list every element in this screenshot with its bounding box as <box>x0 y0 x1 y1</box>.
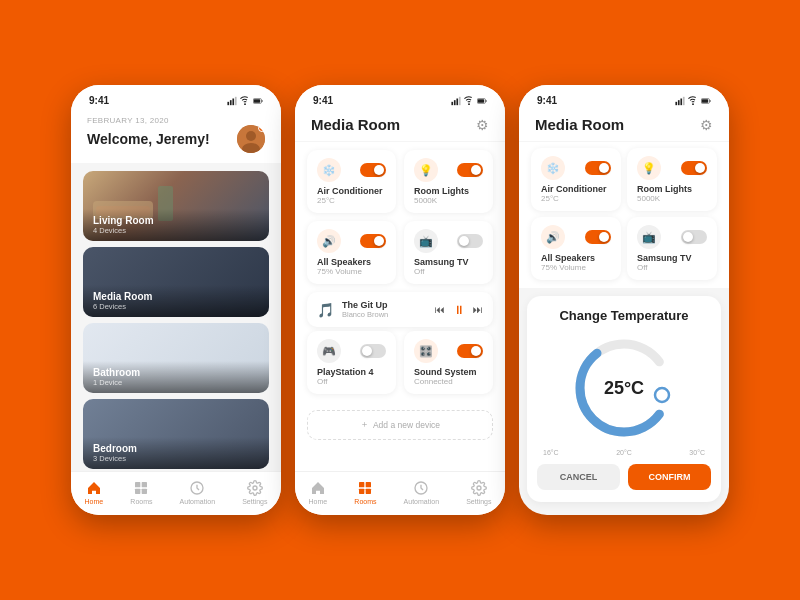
date-label: February 13, 2020 <box>87 116 265 125</box>
bottom-nav-1: Home Rooms Automation Settings <box>71 471 281 515</box>
svg-rect-18 <box>451 101 453 104</box>
ac-value: 25°C <box>317 196 386 205</box>
nav-home-2[interactable]: Home <box>309 480 328 505</box>
music-note-icon: 🎵 <box>317 302 334 318</box>
ac-name-3: Air Conditioner <box>541 184 611 194</box>
room-devices-media: 6 Devices <box>93 302 259 311</box>
prev-button[interactable]: ⏮ <box>435 304 445 315</box>
svg-rect-19 <box>454 100 456 105</box>
add-icon: ＋ <box>360 419 369 431</box>
automation-icon-2 <box>413 480 429 496</box>
settings-icon-2 <box>471 480 487 496</box>
toggle-tv-3[interactable] <box>681 230 707 244</box>
device-top-ps4: 🎮 <box>317 339 386 363</box>
nav-home[interactable]: Home <box>85 480 104 505</box>
room-name-bedroom: Bedroom <box>93 443 259 454</box>
filter-icon[interactable]: ⚙ <box>476 117 489 133</box>
nav-automation-label-2: Automation <box>404 498 439 505</box>
room-devices-bathroom: 1 Device <box>93 378 259 387</box>
toggle-speakers[interactable] <box>360 234 386 248</box>
svg-rect-5 <box>254 99 260 103</box>
temp-buttons: CANCEL CONFIRM <box>537 464 711 490</box>
music-artist: Blanco Brown <box>342 310 388 319</box>
device-card-speakers[interactable]: 🔊 All Speakers 75% Volume <box>307 221 396 284</box>
toggle-lights[interactable] <box>457 163 483 177</box>
music-text: The Git Up Blanco Brown <box>342 300 388 319</box>
next-button[interactable]: ⏭ <box>473 304 483 315</box>
room-name-media: Media Room <box>93 291 259 302</box>
nav-settings[interactable]: Settings <box>242 480 267 505</box>
settings-icon <box>247 480 263 496</box>
play-button[interactable]: ⏸ <box>453 303 465 317</box>
temp-room-title: Media Room <box>535 116 624 133</box>
device-top-speakers: 🔊 <box>317 229 386 253</box>
device-card-sound[interactable]: 🎛️ Sound System Connected <box>404 331 493 394</box>
add-device-button[interactable]: ＋ Add a new device <box>307 410 493 440</box>
room-overlay-living: Living Room 4 Devices <box>83 209 269 241</box>
nav-rooms-2[interactable]: Rooms <box>354 480 376 505</box>
device-top-lights: 💡 <box>414 158 483 182</box>
confirm-button[interactable]: CONFIRM <box>628 464 711 490</box>
temp-gauge[interactable]: 25°C <box>569 333 679 443</box>
svg-rect-35 <box>702 99 708 103</box>
avatar[interactable] <box>237 125 265 153</box>
room-card-living[interactable]: Living Room 4 Devices <box>83 171 269 241</box>
device-card-ac[interactable]: ❄️ Air Conditioner 25°C <box>307 150 396 213</box>
room-name-bathroom: Bathroom <box>93 367 259 378</box>
status-bar-2: 9:41 <box>295 85 505 110</box>
nav-home-label: Home <box>85 498 104 505</box>
temp-header: Media Room ⚙ <box>519 110 729 142</box>
svg-rect-1 <box>230 100 232 105</box>
room-overlay-bathroom: Bathroom 1 Device <box>83 361 269 393</box>
svg-rect-0 <box>227 101 229 104</box>
nav-rooms-label: Rooms <box>130 498 152 505</box>
temp-max-label: 30°C <box>689 449 705 456</box>
room-card-bedroom[interactable]: Bedroom 3 Devices <box>83 399 269 469</box>
svg-point-7 <box>246 131 256 141</box>
room-card-media[interactable]: Media Room 6 Devices <box>83 247 269 317</box>
device-top-tv: 📺 <box>414 229 483 253</box>
svg-point-29 <box>477 486 481 490</box>
cancel-button[interactable]: CANCEL <box>537 464 620 490</box>
device-card-ps4[interactable]: 🎮 PlayStation 4 Off <box>307 331 396 394</box>
svg-rect-31 <box>678 100 680 105</box>
svg-rect-13 <box>142 482 147 487</box>
nav-automation[interactable]: Automation <box>180 480 215 505</box>
toggle-ps4[interactable] <box>360 344 386 358</box>
toggle-tv[interactable] <box>457 234 483 248</box>
toggle-sound[interactable] <box>457 344 483 358</box>
signal-icon <box>227 96 237 106</box>
toggle-ac[interactable] <box>360 163 386 177</box>
device-card-lights[interactable]: 💡 Room Lights 5000K <box>404 150 493 213</box>
nav-settings-2[interactable]: Settings <box>466 480 491 505</box>
nav-rooms[interactable]: Rooms <box>130 480 152 505</box>
tv-name: Samsung TV <box>414 257 483 267</box>
avatar-notification <box>258 125 265 132</box>
speakers-icon-3: 🔊 <box>541 225 565 249</box>
music-controls: ⏮ ⏸ ⏭ <box>435 303 483 317</box>
device-card-tv-3[interactable]: 📺 Samsung TV Off <box>627 217 717 280</box>
device-card-lights-3[interactable]: 💡 Room Lights 5000K <box>627 148 717 211</box>
speakers-name: All Speakers <box>317 257 386 267</box>
media-room-header: Media Room ⚙ <box>295 110 505 142</box>
battery-icon-3 <box>701 96 711 106</box>
tv-value: Off <box>414 267 483 276</box>
device-top-ac: ❄️ <box>317 158 386 182</box>
svg-point-17 <box>253 486 257 490</box>
device-card-tv[interactable]: 📺 Samsung TV Off <box>404 221 493 284</box>
automation-icon <box>189 480 205 496</box>
device-card-speakers-3[interactable]: 🔊 All Speakers 75% Volume <box>531 217 621 280</box>
toggle-lights-3[interactable] <box>681 161 707 175</box>
status-icons-1 <box>227 96 263 106</box>
svg-rect-30 <box>675 101 677 104</box>
ps4-icon: 🎮 <box>317 339 341 363</box>
room-card-bathroom[interactable]: Bathroom 1 Device <box>83 323 269 393</box>
nav-home-label-2: Home <box>309 498 328 505</box>
filter-icon-3[interactable]: ⚙ <box>700 117 713 133</box>
toggle-speakers-3[interactable] <box>585 230 611 244</box>
nav-automation-2[interactable]: Automation <box>404 480 439 505</box>
toggle-ac-3[interactable] <box>585 161 611 175</box>
wifi-icon-2 <box>464 96 474 106</box>
device-card-ac-3[interactable]: ❄️ Air Conditioner 25°C <box>531 148 621 211</box>
lights-value: 5000K <box>414 196 483 205</box>
